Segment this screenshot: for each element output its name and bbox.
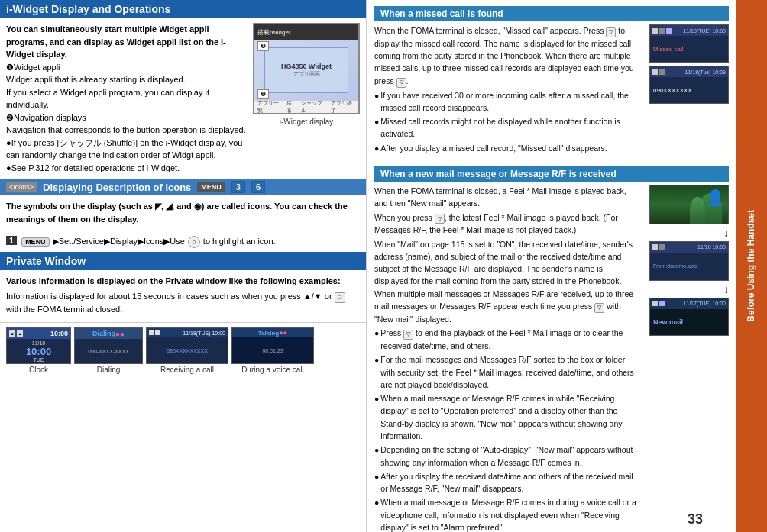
nm-bullet-4-text: Depending on the setting of "Auto-displa…: [380, 443, 639, 469]
dialing-screen-item: Dialing ●● 090-XXXX-XXXX Dialing: [74, 327, 143, 374]
nm-screen-1: 👤: [649, 185, 729, 224]
receiving-body: 090XXXXXXXXX: [147, 337, 228, 363]
icons-step1: 1 MENU ▶Set./Service▶Display▶Icons▶Use ○…: [0, 232, 366, 252]
clock-phone-screen: ■ ▲ 10:00 11/18 10:00 TUE: [6, 327, 71, 364]
widget-app-subtext: アプリ画面: [293, 70, 320, 78]
iwidget-bullet3: ●If you press [シャッフル (Shuffle)] on the i…: [6, 137, 247, 162]
missed-call-content-row: When the FOMA terminal is closed, "Misse…: [374, 24, 729, 156]
voicecall-dots: ●●: [279, 329, 287, 337]
widget-badge-2: ❷: [257, 89, 269, 99]
nm-s2-icons: [652, 244, 665, 250]
step-instruction-1: MENU ▶Set./Service▶Display▶Icons▶Use ○ t…: [21, 236, 276, 248]
iwidget-text: You can simultaneously start multiple Wi…: [6, 23, 247, 174]
missed-s2-icon-1: [652, 69, 658, 75]
page-container: i-Widget Display and Operations You can …: [0, 0, 767, 532]
nm-bullet-6-text: When a mail message or Message R/F comes…: [380, 496, 639, 532]
private-section: Private Window Various information is di…: [0, 252, 366, 379]
missed-s2-body: 090XXXXXXX: [650, 77, 728, 103]
iwidget-section: i-Widget Display and Operations You can …: [0, 0, 366, 179]
receiving-label: Receiving a call: [160, 366, 214, 374]
foma-key-inline: □: [335, 292, 345, 303]
missed-call-para: When the FOMA terminal is closed, "Misse…: [374, 24, 639, 88]
nm-s2-from-label: From:docomo.taro: [653, 263, 725, 269]
nm-s3-top: 11/17(TUE) 10:00: [650, 298, 728, 309]
voicecall-header: Talking ●●: [232, 328, 313, 337]
nav-key-icon: ○: [188, 236, 200, 248]
iwidget-header: i-Widget Display and Operations: [0, 0, 366, 18]
nm-bullet-4: ● Depending on the setting of "Auto-disp…: [374, 443, 639, 469]
missed-s1-body: Missed call: [650, 36, 728, 62]
private-title: Private Window: [6, 255, 86, 267]
press-key-4: ▽: [594, 303, 604, 313]
private-header: Private Window: [0, 252, 366, 270]
nm-s2-body: From:docomo.taro: [650, 253, 728, 280]
missed-s1-date: 11/18(TUE) 10:00: [683, 28, 726, 34]
dialing-text: Dialing: [92, 330, 115, 337]
page-number: 33: [688, 511, 703, 527]
widget-img-header-text: 搭載/Widget: [257, 28, 290, 37]
nm-s3-icon-1: [652, 301, 658, 306]
private-content: Various information is displayed on the …: [0, 270, 366, 322]
step-number-1: 1: [6, 236, 17, 245]
widget-footer-back: 戻る: [286, 99, 296, 114]
missed-s1-top: 11/18(TUE) 10:00: [650, 25, 728, 36]
iwidget-display-image: 搭載/Widget ❶ HG4850 Widget アプリ画面: [253, 23, 360, 114]
icons-tag: <Icons>: [6, 182, 37, 192]
voicecall-phone-screen: Talking ●● 00:01:23: [231, 327, 314, 364]
missed-call-section: When a missed call is found When the FOM…: [374, 6, 729, 156]
missed-s1-icon-2: [659, 28, 665, 34]
missed-s2-icons: [652, 69, 665, 75]
new-mail-section: When a new mail message or Message R/F i…: [374, 160, 729, 532]
num-badge-2: 6: [251, 181, 265, 193]
press-key-5: ▽: [403, 330, 413, 340]
clock-day: TUE: [34, 357, 44, 363]
missed-s2-top: 11/18(Tue) 10:09: [650, 66, 728, 77]
new-mail-para2: When you press ▽, the latest Feel * Mail…: [374, 211, 639, 237]
nm-screen-2: 11/18 10:00 From:docomo.taro: [649, 241, 729, 281]
nm-screen-3: 11/17(TUE) 10:00 New mail: [649, 298, 729, 336]
new-mail-para3: When "Mail" on page 115 is set to "ON", …: [374, 238, 639, 326]
iwidget-bullet4: ●See P.312 for detailed operations of i-…: [6, 162, 247, 175]
widget-footer-exit: アプリ終了: [331, 99, 355, 114]
nm-person-icon: 👤: [706, 189, 725, 207]
nm-s3-date: 11/17(TUE) 10:00: [683, 301, 726, 306]
nm-bullet-2-text: For the mail messages and Messages R/F s…: [380, 353, 639, 391]
icons-content: The symbols on the display (such as ◤, ◢…: [0, 195, 366, 232]
iwidget-intro: You can simultaneously start multiple Wi…: [6, 23, 247, 61]
left-column: i-Widget Display and Operations You can …: [0, 0, 367, 532]
receiving-phone-screen: 11/18(TUE) 10:00 090XXXXXXXXX: [146, 327, 228, 364]
missed-call-body: When the FOMA terminal is closed, "Misse…: [374, 24, 639, 154]
missed-bullet-3: ● After you display a missed call record…: [374, 142, 639, 154]
icons-intro: The symbols on the display (such as ◤, ◢…: [6, 200, 360, 225]
missed-s1-icons: [652, 28, 672, 34]
nm-tree-2: [690, 197, 705, 224]
right-column: When a missed call is found When the FOM…: [367, 0, 736, 532]
widget-footer-list: アプリ一覧: [257, 99, 282, 114]
receiving-icon-1: [149, 330, 154, 335]
missed-bullet-3-text: After you display a missed call record, …: [380, 142, 607, 154]
press-key-1: ▽: [606, 27, 616, 37]
new-mail-para1: When the FOMA terminal is closed, a Feel…: [374, 185, 639, 210]
nm-bullet-2: ● For the mail messages and Messages R/F…: [374, 353, 639, 391]
missed-call-title: When a missed call is found: [380, 8, 503, 19]
iwidget-bullet1-desc: Widget appli that is already starting is…: [6, 73, 247, 111]
clock-icon-2: ▲: [17, 330, 23, 337]
nm-s2-top: 11/18 10:00: [650, 242, 728, 253]
menu-key-icon: MENU: [21, 237, 50, 247]
widget-img-header: 搭載/Widget: [254, 24, 358, 40]
voicecall-subtext: 00:01:23: [262, 348, 283, 353]
new-mail-screens: 👤 ↓ 11/18 10:00: [645, 185, 729, 532]
missed-screen-2: 11/18(Tue) 10:09 090XXXXXXX: [649, 66, 729, 104]
nm-s3-icons: [652, 301, 665, 306]
private-desc: Information is displayed for about 15 se…: [6, 290, 360, 316]
clock-label: Clock: [29, 366, 48, 374]
iwidget-bullet1-title: ❶Widget appli: [6, 61, 247, 74]
private-intro: Various information is displayed on the …: [6, 275, 360, 288]
dialing-header: Dialing ●●: [75, 328, 142, 339]
new-mail-body: When the FOMA terminal is closed, a Feel…: [374, 185, 639, 532]
nm-bullet-3-text: When a mail message or Message R/F comes…: [380, 392, 639, 442]
iwidget-title: i-Widget Display and Operations: [6, 3, 170, 15]
iwidget-image-area: 搭載/Widget ❶ HG4850 Widget アプリ画面: [253, 23, 360, 174]
icons-title: Displaying Description of Icons: [43, 182, 191, 193]
new-mail-content-row: When the FOMA terminal is closed, a Feel…: [374, 185, 729, 532]
